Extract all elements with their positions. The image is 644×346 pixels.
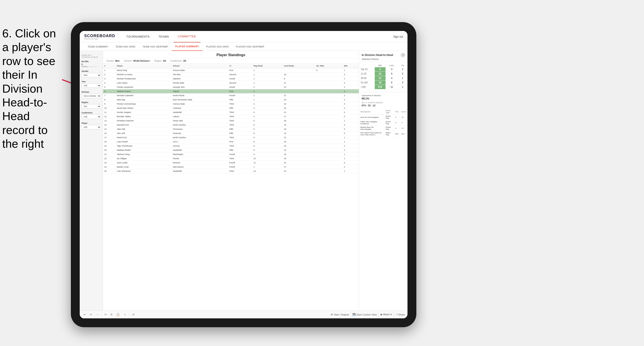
h2h-tie: 2 bbox=[398, 67, 408, 72]
table-row[interactable]: 21 Taehoon Song Washington Fourth 6 23 1 bbox=[103, 152, 359, 157]
gender-select[interactable]: Men bbox=[82, 73, 101, 77]
table-row[interactable]: 5 Christo Lamprecht Georgia Tech Fourth … bbox=[103, 85, 359, 89]
sign-out-link[interactable]: Sign out bbox=[393, 35, 403, 38]
region-select[interactable]: N/a bbox=[82, 104, 101, 109]
tablet-screen: SCOREBOARD Powered by clippi TOURNAMENTS… bbox=[80, 31, 408, 318]
table-row[interactable]: 9 Preston Summerhays Arizona State Third… bbox=[103, 102, 359, 106]
table-row[interactable]: 16 Alex Goff Kentucky Fifth 8 19 0 bbox=[103, 131, 359, 136]
cell-win: 2 bbox=[342, 144, 359, 148]
table-row[interactable]: 24 Bastien Amat New Mexico Fourth 1 27 2 bbox=[103, 165, 359, 169]
add-button[interactable]: ＋ bbox=[122, 312, 127, 317]
table-row[interactable]: 3 Michael Thorbjornsen Stanford Fourth 1… bbox=[103, 77, 359, 81]
table-row[interactable]: 8 Mats Ege East Tennessee State Fifth 1 … bbox=[103, 98, 359, 102]
nav-teams[interactable]: TEAMS bbox=[154, 31, 174, 42]
table-row[interactable]: 25 Cole Sherwood Vanderbilt Third 12 23 … bbox=[103, 169, 359, 173]
gender-label: Gender bbox=[82, 70, 101, 72]
table-row[interactable]: 11 Gordon Sargent Vanderbilt Third 4 21 … bbox=[103, 110, 359, 115]
tournament-name: Mirabel Maui Jim Intercollegiate bbox=[359, 126, 384, 131]
cell-yr: Fourth bbox=[228, 77, 252, 81]
redo-button[interactable]: ↪ bbox=[88, 313, 93, 317]
table-row[interactable]: 1 Wenyi Ding Arizona State First 1 8 1 bbox=[103, 68, 359, 72]
h2h-close-button[interactable]: ✕ bbox=[401, 53, 405, 57]
refresh-button[interactable]: ↺ bbox=[131, 313, 136, 317]
cell-conf-rank: 8 bbox=[282, 77, 315, 81]
sidebar-division: Division NCAA Division I bbox=[82, 91, 101, 98]
table-row[interactable]: 23 Jack Lundin Missouri Fourth 11 24 0 bbox=[103, 161, 359, 165]
cell-win: 2 bbox=[342, 94, 359, 98]
cell-reg-rank: 2 bbox=[252, 85, 282, 89]
sub-nav-player-h2h-heatmap[interactable]: PLAYER H2H HEATMAP bbox=[232, 42, 268, 51]
cell-no-rds: 8 bbox=[315, 68, 342, 72]
filter-region: Region: All bbox=[154, 60, 166, 62]
sub-nav-player-summary[interactable]: PLAYER SUMMARY bbox=[172, 42, 202, 51]
paste-button[interactable]: 📋 bbox=[115, 313, 121, 317]
nav-committee[interactable]: COMMITTEE bbox=[174, 31, 201, 42]
division-select[interactable]: NCAA Division I bbox=[82, 94, 101, 98]
table-row[interactable]: 19 Tiger Christensen Arizona Third 8 23 … bbox=[103, 144, 359, 148]
table-row[interactable]: 20 Matthew Riedel Vanderbilt Fifth 8 22 … bbox=[103, 148, 359, 152]
h2h-loss: 9 bbox=[386, 72, 398, 76]
cell-conf-rank: 24 bbox=[282, 140, 315, 144]
filter-gender-label: Gender: bbox=[106, 60, 114, 62]
sub-nav-team-summary[interactable]: TEAM SUMMARY bbox=[84, 42, 112, 51]
cell-player: Michael La Sasso bbox=[116, 72, 172, 77]
nav-tournaments[interactable]: TOURNAMENTS bbox=[122, 31, 154, 42]
cell-yr: Third bbox=[228, 157, 252, 161]
division-label: Division bbox=[82, 91, 101, 93]
sidebar-gender: Gender Men bbox=[82, 70, 101, 77]
cell-player: Ian Gilligan bbox=[116, 157, 172, 161]
copy-button[interactable]: ⎘ bbox=[110, 313, 114, 317]
tournament-name: Amer Ari Intercollegiate bbox=[359, 115, 384, 120]
cell-reg-rank: 4 bbox=[252, 106, 282, 110]
cell-win: 2 bbox=[342, 148, 359, 152]
table-row[interactable]: 12 Brendan Valdes Auburn Third 4 27 0 bbox=[103, 115, 359, 119]
view-original-button[interactable]: 👁 View: Original bbox=[331, 313, 349, 316]
cell-win: 1 bbox=[342, 136, 359, 140]
logo-text: SCOREBOARD bbox=[84, 34, 115, 38]
nav-right: Sign out bbox=[393, 35, 403, 38]
sub-nav-team-h2h-grid[interactable]: TEAM H2H GRID bbox=[112, 42, 139, 51]
share-button[interactable]: ↗ Share bbox=[396, 313, 405, 316]
table-row[interactable]: 18 Luke Powell UCLA First 8 24 1 bbox=[103, 140, 359, 144]
instruction-text: 6. Click on a player's row to see their … bbox=[0, 26, 64, 151]
cell-reg-rank: 1 bbox=[252, 72, 282, 77]
cell-rank: 17 bbox=[103, 136, 116, 140]
save-custom-view-button[interactable]: 💾 Save Custom View bbox=[352, 313, 377, 316]
h2h-range: >100 bbox=[359, 85, 375, 89]
wl-label: W-L-T record in-division: bbox=[362, 102, 405, 104]
year-select[interactable]: (All) bbox=[82, 83, 101, 88]
cell-conf-rank: 27 bbox=[282, 115, 315, 119]
forward-button[interactable]: → bbox=[95, 313, 100, 317]
table-row[interactable]: 2 Michael La Sasso Ole Miss Second 1 19 … bbox=[103, 72, 359, 77]
sub-nav-player-h2h-grid[interactable]: PLAYER H2H GRID bbox=[202, 42, 232, 51]
cell-reg-rank: 12 bbox=[252, 169, 282, 173]
player-select[interactable]: (All) bbox=[82, 125, 101, 129]
opponents-pct: 98.1% bbox=[362, 97, 405, 100]
tournament-table: Tournament Event Type Pos Score Amer Ari… bbox=[359, 109, 408, 137]
table-row[interactable]: 22 Ian Gilligan Florida Third 10 24 1 bbox=[103, 157, 359, 161]
watch-button[interactable]: ▶ Watch ▾ bbox=[381, 313, 392, 316]
cell-school: Stanford bbox=[172, 77, 228, 81]
col-no-rds: No. Rds. bbox=[315, 64, 342, 68]
table-row[interactable]: 4 Luke Claton Florida State Second 1 27 … bbox=[103, 81, 359, 85]
cell-yr: Third bbox=[228, 119, 252, 123]
table-row[interactable]: 15 Jake Hall Tennessee Fifth 6 18 0 bbox=[103, 127, 359, 131]
sidebar-conference: Conference (All) bbox=[82, 112, 101, 119]
cell-rank: 25 bbox=[103, 169, 116, 173]
table-row[interactable]: 10 Jacob Mau Olesen Arkansas Fifth 4 25 … bbox=[103, 106, 359, 110]
table-row[interactable]: 17 David Ford North Carolina Third 8 21 … bbox=[103, 136, 359, 140]
conference-select[interactable]: (All) bbox=[82, 115, 101, 119]
table-row[interactable]: 6 Jackson Koivun Auburn First 2 2 bbox=[103, 89, 359, 94]
tournament-name: SEC Match Play hosted by Jerry Pate Roun… bbox=[359, 131, 384, 137]
table-row[interactable]: 7 Nicholas Gabrelick North Florida Fourt… bbox=[103, 94, 359, 98]
cell-win: 1 bbox=[342, 68, 359, 72]
table-row[interactable]: 14 Maxwell Ford North Carolina Third 6 2… bbox=[103, 123, 359, 127]
cell-win: 1 bbox=[342, 157, 359, 161]
sub-nav-team-h2h-heatmap[interactable]: TEAM H2H HEATMAP bbox=[139, 42, 172, 51]
cut-button[interactable]: ✂ bbox=[104, 313, 108, 317]
cell-player: Luke Powell bbox=[116, 140, 172, 144]
undo-button[interactable]: ↩ bbox=[82, 313, 87, 317]
table-row[interactable]: 13 Pichakarn Maichon Texas A&M Third 6 3… bbox=[103, 119, 359, 123]
share-icon: ↗ bbox=[396, 313, 398, 316]
cell-no-rds bbox=[315, 85, 342, 89]
